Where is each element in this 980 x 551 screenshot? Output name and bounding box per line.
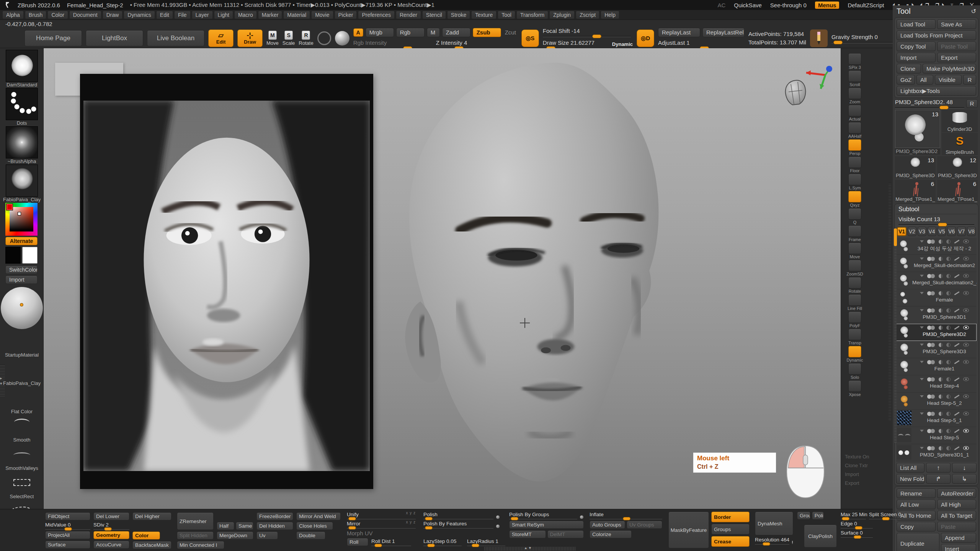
visibility-eye-icon[interactable]: [963, 240, 969, 243]
right-shelf-icon[interactable]: [848, 156, 861, 168]
right-shelf-button[interactable]: Rotate: [844, 277, 866, 293]
right-shelf-icon[interactable]: [848, 294, 861, 306]
mirror-slider[interactable]: x y zMirror: [347, 521, 416, 528]
zremesher-button[interactable]: ZRemesher: [177, 512, 214, 530]
right-shelf-icon[interactable]: [848, 363, 861, 375]
flip-icon[interactable]: [920, 292, 924, 294]
flip-icon[interactable]: [920, 447, 924, 449]
brush-thumbnail[interactable]: [6, 50, 38, 82]
brush-item[interactable]: Dots: [5, 88, 38, 126]
polish-by-groups-slider[interactable]: Polish By Groups: [509, 512, 584, 519]
material-item[interactable]: Flat Color: [5, 386, 38, 415]
material-thumbnail[interactable]: [6, 386, 38, 409]
see-through-slider[interactable]: See-through 0: [770, 2, 807, 8]
polish-by-groups-toggle-dot[interactable]: [580, 515, 584, 519]
menu-item[interactable]: Movie: [311, 11, 333, 19]
subtool-item[interactable]: Female: [896, 289, 977, 306]
material-picker-icon[interactable]: [335, 31, 350, 46]
refresh-icon[interactable]: ↺: [971, 8, 976, 15]
subtool-header[interactable]: Subtool: [896, 205, 977, 214]
polypaint-icon[interactable]: [954, 274, 959, 278]
tool-thumbnail[interactable]: 6 Merged_TPose1_: [895, 180, 936, 202]
slider-r-button[interactable]: R: [966, 99, 978, 108]
del-hidden-button[interactable]: Del Hidden: [256, 522, 293, 530]
moon-icon[interactable]: [939, 446, 943, 450]
import-button[interactable]: Import: [5, 276, 38, 284]
subtool-scrollbar[interactable]: [894, 228, 897, 443]
stroke-picker-icon[interactable]: [317, 31, 331, 45]
flip-icon[interactable]: [920, 344, 924, 346]
edit-button[interactable]: ▱ Edit: [208, 29, 234, 47]
polypaint-icon[interactable]: [954, 412, 959, 416]
active-tool-slider[interactable]: PM3D_Sphere3D2. 48: [895, 99, 964, 108]
color-cursor[interactable]: [18, 212, 21, 215]
contrast-icon[interactable]: [946, 326, 951, 330]
freeze-border-button[interactable]: FreezeBorder: [256, 512, 293, 520]
right-shelf-icon[interactable]: [848, 243, 861, 254]
right-shelf-icon[interactable]: [848, 53, 861, 65]
menu-item[interactable]: Texture: [471, 11, 497, 19]
paste-tool-button[interactable]: Paste Tool: [937, 42, 976, 51]
material-thumbnail[interactable]: [6, 358, 38, 380]
dynamic-toggle[interactable]: Dynamic: [612, 41, 633, 47]
polypaint-icon[interactable]: [954, 240, 959, 243]
right-shelf-icon[interactable]: [848, 380, 861, 392]
subtool-item[interactable]: Female1: [896, 358, 977, 375]
pair-icon[interactable]: [927, 308, 935, 313]
subtool-item[interactable]: PM3D_Sphere3D1: [896, 306, 977, 324]
default-zscript-button[interactable]: DefaultZScript: [848, 2, 884, 8]
visibility-eye-icon[interactable]: [963, 429, 969, 433]
brush-item[interactable]: DamStandard: [5, 50, 38, 88]
scrollbar-thumb[interactable]: [894, 228, 897, 246]
pair-icon[interactable]: [927, 291, 935, 295]
bottom-tray-scrollbar[interactable]: [484, 547, 576, 551]
right-shelf-button[interactable]: Frame: [844, 225, 866, 242]
polypaint-icon[interactable]: [954, 446, 959, 450]
morph-uv-button[interactable]: Morph UV: [347, 530, 416, 536]
subtool-item[interactable]: Head Step-5_1: [896, 410, 977, 427]
right-shelf-button[interactable]: AAHalf: [844, 122, 866, 139]
polypaint-icon[interactable]: [954, 326, 959, 329]
moon-icon[interactable]: [939, 274, 943, 278]
right-shelf-button[interactable]: Dynamic: [844, 346, 866, 362]
gravity-strength-slider[interactable]: Gravity Strength 0: [831, 34, 897, 43]
right-shelf-icon[interactable]: [848, 139, 861, 151]
del-higher-button[interactable]: Del Higher: [132, 512, 172, 520]
pair-icon[interactable]: [927, 412, 935, 416]
visibility-button[interactable]: V3: [918, 227, 926, 236]
right-shelf-icon[interactable]: [848, 174, 861, 185]
mid-value-slider[interactable]: MidValue 0: [45, 522, 90, 530]
move-down-button[interactable]: ↓: [952, 463, 977, 473]
max-min-slider[interactable]: Max 25 Min: [841, 512, 866, 519]
menus-button[interactable]: Menus: [815, 2, 840, 9]
lazy-radius-slider[interactable]: LazyRadius 1: [467, 538, 505, 546]
inflate-slider[interactable]: Inflate: [590, 512, 662, 519]
polypaint-icon[interactable]: [954, 395, 959, 398]
copy-subtool-button[interactable]: Copy: [897, 522, 936, 531]
close-holes-button[interactable]: Close Holes: [296, 522, 333, 530]
lightbox-tools-button[interactable]: Lightbox▶Tools: [897, 86, 976, 96]
double-button[interactable]: Double: [296, 531, 325, 540]
brush-item[interactable]: FabioPaiva_Clay2: [5, 165, 38, 203]
same-button[interactable]: Same: [236, 522, 253, 530]
moon-icon[interactable]: [939, 308, 943, 313]
live-boolean-button[interactable]: Live Boolean: [147, 30, 204, 46]
moon-icon[interactable]: [939, 257, 943, 261]
load-tools-from-project-button[interactable]: Load Tools From Project: [897, 31, 976, 40]
menu-item[interactable]: Stencil: [422, 11, 446, 19]
copy-tool-button[interactable]: Copy Tool: [897, 42, 936, 51]
subtool-item[interactable]: PM3D_Sphere3D1_1: [896, 444, 977, 461]
sdiv-slider[interactable]: SDiv 2: [93, 522, 129, 530]
dynamesh-groups-button[interactable]: Groups: [797, 512, 810, 520]
right-shelf-button[interactable]: Zoom: [844, 88, 866, 104]
moon-icon[interactable]: [939, 291, 943, 295]
mirror-and-weld-button[interactable]: Mirror And Weld: [296, 512, 341, 520]
menu-item[interactable]: Zplugin: [549, 11, 575, 19]
tool-thumbnail[interactable]: 6 Merged_TPose1_: [937, 180, 978, 202]
edge-slider[interactable]: Edge 0: [841, 521, 873, 528]
polypaint-icon[interactable]: [954, 308, 959, 312]
menu-item[interactable]: Alpha: [2, 11, 24, 19]
fill-object-button[interactable]: FillObject: [45, 512, 90, 520]
mask-by-feature-button[interactable]: MaskByFeature: [668, 512, 709, 548]
tool-thumbnail[interactable]: 12 PM3D_Sphere3D: [937, 156, 978, 178]
